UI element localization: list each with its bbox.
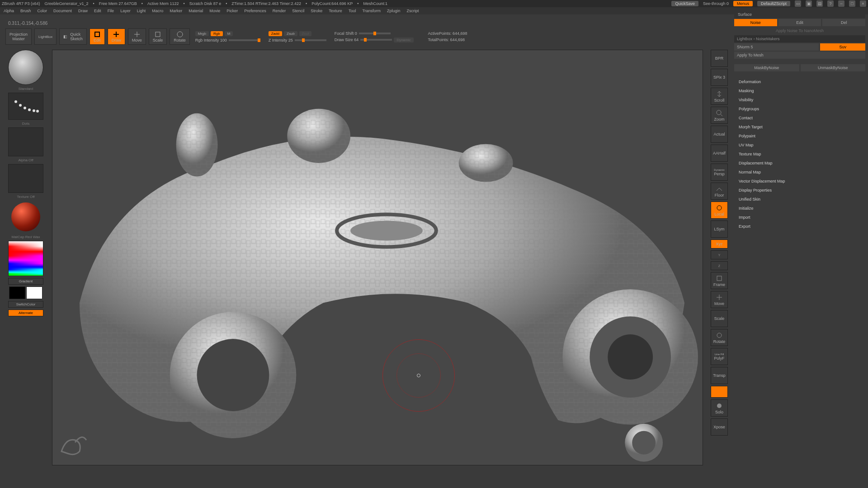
menu-item[interactable]: Document [53,9,72,13]
actual-button[interactable]: Actual [711,126,728,143]
viewport[interactable] [52,50,703,465]
draw-mode-button[interactable]: Draw [108,28,125,45]
menu-item[interactable]: Picker [226,9,238,13]
surface-header[interactable]: Surface [734,11,865,18]
spix-button[interactable]: SPix 3 [711,69,728,86]
move-mode-button[interactable]: Move [128,28,146,45]
m-button[interactable]: M [225,31,233,36]
solo-button[interactable]: Solo [711,399,728,417]
subpanel-header[interactable]: Deformation [734,78,865,86]
dynamic-label[interactable]: Dynamic [394,38,413,42]
subpanel-header[interactable]: Contact [734,114,865,122]
rotate-mode-button[interactable]: Rotate [170,28,190,45]
menu-item[interactable]: Movie [209,9,220,13]
apply-to-mesh-button[interactable]: Apply To Mesh [734,52,865,59]
default-script[interactable]: DefaultZScript [757,1,790,6]
del-noise-button[interactable]: Del [822,19,865,26]
z-intensity-slider[interactable] [295,39,326,41]
color-swatches[interactable] [9,286,42,299]
subpanel-header[interactable]: Export [734,222,865,230]
menu-item[interactable]: Layer [120,9,131,13]
unmask-by-noise-button[interactable]: UnmaskByNoise [801,64,866,71]
menu-item[interactable]: Marker [170,9,182,13]
menu-item[interactable]: Light [137,9,146,13]
axis-z-button[interactable]: Z [711,261,728,270]
subpanel-header[interactable]: Initialize [734,204,865,212]
scroll-button[interactable]: Scroll [711,88,728,105]
menu-item[interactable]: Transform [362,9,381,13]
menu-item[interactable]: Preferences [244,9,266,13]
suv-button[interactable]: Suv [820,43,865,51]
subpanel-header[interactable]: Visibility [734,96,865,104]
subpanel-header[interactable]: Unified Skin [734,195,865,203]
subpanel-header[interactable]: Polygroups [734,105,865,113]
subpanel-header[interactable]: Texture Map [734,150,865,158]
subpanel-header[interactable]: Masking [734,87,865,95]
draw-size-slider[interactable] [360,39,392,41]
menu-item[interactable]: Material [189,9,203,13]
subpanel-header[interactable]: Normal Map [734,168,865,176]
menu-item[interactable]: Zscript [407,9,419,13]
subpanel-header[interactable]: Vector Displacement Map [734,177,865,185]
local-button[interactable]: Local [711,202,728,219]
rgb-intensity-slider[interactable] [229,39,260,41]
zsub-button[interactable]: Zsub [284,31,297,36]
menu-item[interactable]: Edit [94,9,101,13]
aahalf-button[interactable]: AAHalf [711,145,728,162]
texture-thumbnail[interactable] [8,164,43,193]
gradient-button[interactable]: Gradient [8,278,43,285]
window-icon[interactable]: ▤ [816,0,823,7]
bpr-button[interactable]: BPR [711,50,728,67]
alternate-button[interactable]: Alternate [8,310,43,316]
ghost-button[interactable] [711,386,728,398]
floor-button[interactable]: Floor [711,183,728,200]
snorm-slider[interactable]: SNorm 5 [734,43,819,51]
menu-item[interactable]: Zplugin [387,9,401,13]
menu-item[interactable]: Stencil [292,9,304,13]
zcut-button[interactable]: Zcut [299,31,312,36]
help-icon[interactable]: ? [827,0,834,7]
quicksave-button[interactable]: QuickSave [671,1,698,6]
frame-button[interactable]: Frame [711,272,728,289]
subpanel-header[interactable]: Display Properties [734,186,865,194]
window-icon[interactable]: ▭ [795,0,801,7]
xpose-button[interactable]: Xpose [711,418,728,436]
close-icon[interactable]: × [860,0,866,7]
projection-master-button[interactable]: ProjectionMaster [5,28,32,45]
subpanel-header[interactable]: Import [734,213,865,221]
edit-mode-button[interactable]: Edit [90,28,105,45]
subpanel-header[interactable]: UV Map [734,141,865,149]
window-icon[interactable]: ▣ [806,0,812,7]
noise-button[interactable]: Noise [734,19,777,26]
focal-shift-slider[interactable] [359,33,391,34]
switch-color-button[interactable]: SwitchColor [8,301,43,308]
subpanel-header[interactable]: Displacement Map [734,159,865,167]
maximize-icon[interactable]: □ [849,0,855,7]
menus-toggle[interactable]: Menus [733,1,753,6]
nav-move-button[interactable]: Move [711,291,728,308]
lightbox-noisemakers[interactable]: Lightbox › NoiseMakers [734,35,865,42]
scale-mode-button[interactable]: Scale [149,28,167,45]
mask-by-noise-button[interactable]: MaskByNoise [734,64,799,71]
menu-item[interactable]: Macro [152,9,163,13]
menu-item[interactable]: Alpha [4,9,14,13]
nav-rotate-button[interactable]: Rotate [711,329,728,346]
menu-item[interactable]: Draw [78,9,88,13]
edit-noise-button[interactable]: Edit [778,19,821,26]
subpanel-header[interactable]: Polypaint [734,132,865,140]
zoom-button[interactable]: Zoom [711,107,728,124]
subpanel-header[interactable]: Morph Target [734,123,865,131]
menu-item[interactable]: Color [38,9,47,13]
brush-thumbnail[interactable] [8,50,43,85]
color-picker[interactable] [8,241,43,276]
axis-y-button[interactable]: Y [711,250,728,259]
rgb-button[interactable]: Rgb [211,31,223,36]
alpha-thumbnail[interactable] [8,127,43,156]
menu-item[interactable]: Tool [349,9,356,13]
menu-item[interactable]: Texture [329,9,342,13]
persp-button[interactable]: DynamicPersp [711,164,728,181]
menu-item[interactable]: Brush [20,9,31,13]
menu-item[interactable]: File [108,9,114,13]
lsym-button[interactable]: LSym [711,221,728,238]
xyz-button[interactable]: Xyz [711,239,728,249]
